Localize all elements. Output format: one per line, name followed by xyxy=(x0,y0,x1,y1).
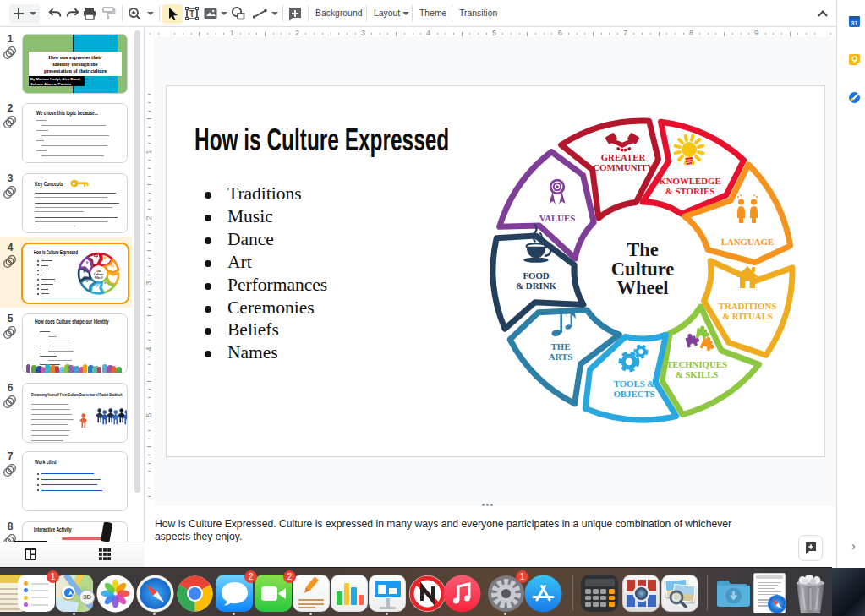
svg-text:ARTS: ARTS xyxy=(549,352,572,362)
svg-text:31: 31 xyxy=(851,20,858,26)
svg-text:& RITUALS: & RITUALS xyxy=(722,311,773,321)
svg-text:TRADITIONS: TRADITIONS xyxy=(719,301,776,311)
svg-text:The: The xyxy=(627,239,659,260)
svg-text:THE: THE xyxy=(551,341,571,352)
svg-text:Culture: Culture xyxy=(611,259,675,280)
svg-text:LANGUAGE: LANGUAGE xyxy=(721,237,774,247)
svg-text:FOOD: FOOD xyxy=(523,270,549,281)
svg-text:& STORIES: & STORIES xyxy=(665,186,714,196)
svg-text:Culture: Culture xyxy=(94,273,104,276)
svg-text:The: The xyxy=(96,270,101,273)
svg-text:TOOLS &: TOOLS & xyxy=(614,379,655,389)
svg-text:Wheel: Wheel xyxy=(616,277,668,298)
svg-text:Wheel: Wheel xyxy=(95,276,103,280)
svg-text:& DRINK: & DRINK xyxy=(516,281,556,291)
svg-text:VALUES: VALUES xyxy=(539,213,575,223)
svg-text:KNOWLEDGE: KNOWLEDGE xyxy=(659,176,720,186)
svg-text:OBJECTS: OBJECTS xyxy=(613,389,654,399)
svg-text:GREATER: GREATER xyxy=(601,152,646,162)
svg-text:& SKILLS: & SKILLS xyxy=(676,369,719,379)
svg-text:T: T xyxy=(189,9,194,19)
svg-text:COMMUNITY: COMMUNITY xyxy=(593,162,654,172)
svg-text:TECHNIQUES: TECHNIQUES xyxy=(666,359,727,369)
